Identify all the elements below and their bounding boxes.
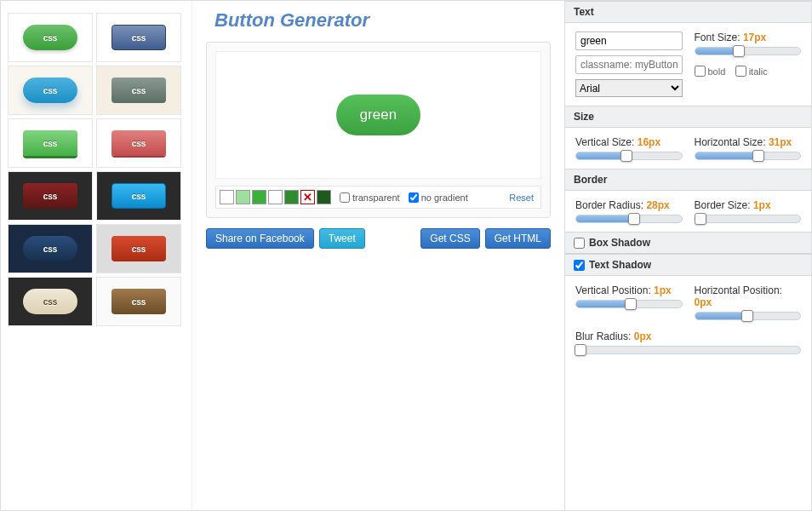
color-swatch-5[interactable]: ✕ [300, 190, 315, 204]
ts-vpos-slider[interactable] [575, 300, 683, 308]
italic-checkbox[interactable]: italic [735, 66, 768, 77]
bsize-label: Border Size: 1px [695, 199, 802, 211]
preset-cell-6[interactable]: css [8, 171, 93, 221]
ts-hpos-slider[interactable] [695, 312, 802, 320]
preset-button-11: css [112, 289, 166, 314]
action-row: Share on Facebook Tweet Get CSS Get HTML [206, 228, 551, 249]
section-body-size: Vertical Size: 16px Horizontal Size: 31p… [565, 128, 811, 169]
preset-button-7: css [112, 183, 166, 209]
main-area: Button Generator green ✕transparentno gr… [192, 1, 564, 510]
section-body-text: Arial Font Size: 17px bold italic [565, 23, 811, 106]
preset-button-0: css [23, 25, 77, 50]
preset-cell-11[interactable]: css [96, 277, 181, 326]
preset-button-4: css [23, 130, 77, 156]
ts-blur-slider[interactable] [575, 346, 801, 354]
preset-cell-1[interactable]: css [96, 13, 181, 62]
preset-cell-0[interactable]: css [8, 13, 93, 62]
preset-button-6: css [23, 183, 77, 209]
config-panel: Text Arial Font Size: 17px bold italic S… [564, 1, 811, 510]
section-header-text-shadow[interactable]: Text Shadow [565, 254, 811, 276]
text-shadow-toggle[interactable] [574, 260, 585, 271]
color-swatch-4[interactable] [284, 190, 299, 204]
preset-cell-9[interactable]: css [96, 224, 181, 273]
hsize-label: Horizontal Size: 31px [695, 136, 802, 148]
reset-link[interactable]: Reset [509, 192, 537, 203]
transparent-checkbox[interactable]: transparent [340, 192, 400, 203]
section-header-border: Border [565, 169, 811, 191]
preset-cell-7[interactable]: css [96, 171, 181, 221]
preset-button-5: css [112, 130, 166, 156]
preset-cell-5[interactable]: css [96, 118, 181, 168]
button-text-input[interactable] [575, 32, 683, 50]
preset-button-8: css [23, 236, 77, 261]
classname-input[interactable] [575, 55, 683, 74]
preview-controls: ✕transparentno gradientReset [215, 186, 541, 209]
color-swatch-6[interactable] [317, 190, 331, 204]
share-facebook-button[interactable]: Share on Facebook [206, 228, 314, 249]
no-gradient-checkbox[interactable]: no gradient [409, 192, 468, 203]
preset-cell-4[interactable]: css [8, 118, 93, 168]
section-header-size: Size [565, 106, 811, 128]
preset-grid: csscsscsscsscsscsscsscsscsscsscsscss [8, 13, 185, 326]
preset-button-3: css [112, 78, 166, 103]
section-header-text: Text [565, 1, 811, 23]
color-swatch-0[interactable] [220, 190, 234, 204]
section-header-box-shadow[interactable]: Box Shadow [565, 232, 811, 254]
color-swatch-3[interactable] [268, 190, 283, 204]
radius-label: Border Radius: 28px [575, 199, 683, 211]
tweet-button[interactable]: Tweet [319, 228, 365, 249]
vsize-label: Vertical Size: 16px [575, 136, 683, 148]
preset-button-10: css [23, 289, 77, 314]
vsize-slider[interactable] [575, 152, 683, 160]
ts-vpos-label: Vertical Position: 1px [575, 284, 683, 296]
font-family-select[interactable]: Arial [575, 79, 683, 97]
get-css-button[interactable]: Get CSS [420, 228, 479, 249]
radius-slider[interactable] [575, 215, 683, 223]
get-html-button[interactable]: Get HTML [485, 228, 551, 249]
preset-cell-8[interactable]: css [8, 224, 93, 273]
preview-panel: green ✕transparentno gradientReset [206, 42, 551, 218]
ts-blur-label: Blur Radius: 0px [575, 330, 801, 342]
preset-cell-2[interactable]: css [8, 66, 93, 115]
preset-button-1: css [112, 25, 166, 50]
app-root: csscsscsscsscsscsscsscsscsscsscsscss But… [0, 0, 812, 511]
box-shadow-toggle[interactable] [574, 238, 585, 249]
font-size-slider[interactable] [695, 47, 802, 55]
section-body-border: Border Radius: 28px Border Size: 1px [565, 191, 811, 232]
font-size-label: Font Size: 17px [695, 32, 802, 43]
preset-cell-10[interactable]: css [8, 277, 93, 326]
preview-button: green [336, 95, 420, 135]
ts-hpos-label: Horizontal Position: 0px [695, 284, 802, 308]
bsize-slider[interactable] [695, 215, 802, 223]
bold-checkbox[interactable]: bold [695, 66, 726, 77]
page-title: Button Generator [214, 9, 551, 32]
section-body-text-shadow: Vertical Position: 1px Horizontal Positi… [565, 276, 811, 363]
color-swatch-1[interactable] [236, 190, 250, 204]
preset-button-9: css [112, 236, 166, 261]
preset-button-2: css [23, 78, 77, 103]
preview-stage: green [215, 51, 541, 179]
hsize-slider[interactable] [695, 152, 802, 160]
color-swatch-2[interactable] [252, 190, 266, 204]
preset-cell-3[interactable]: css [96, 66, 181, 115]
preset-sidebar: csscsscsscsscsscsscsscsscsscsscsscss [1, 1, 192, 510]
